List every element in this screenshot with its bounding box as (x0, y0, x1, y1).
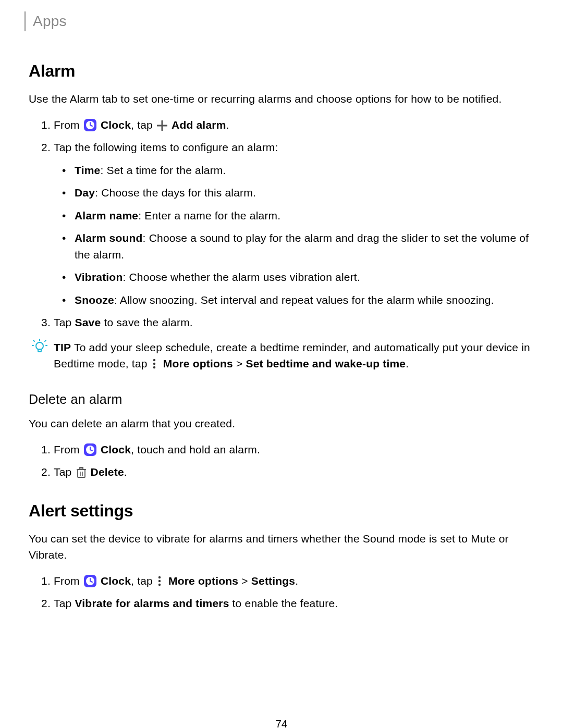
svg-rect-20 (78, 470, 85, 477)
list-item: Alarm sound: Choose a sound to play for … (75, 230, 534, 263)
add-alarm-label: Add alarm (172, 119, 226, 131)
lightbulb-icon (32, 339, 47, 354)
svg-point-15 (153, 366, 155, 368)
clock-label: Clock (101, 443, 131, 455)
text-segment: . (124, 466, 127, 478)
list-item: Vibration: Choose whether the alarm uses… (75, 269, 534, 286)
bullet-label: Alarm sound (75, 232, 143, 244)
alarm-intro: Use the Alarm tab to set one-time or rec… (29, 91, 534, 107)
text-segment: Tap (54, 316, 75, 328)
list-item: From Clock, tap More options > Settings. (54, 573, 534, 589)
svg-point-29 (158, 576, 161, 578)
header-rule (25, 11, 26, 31)
more-options-label: More options (168, 575, 238, 587)
text-segment: , tap (131, 575, 156, 587)
svg-point-13 (153, 359, 155, 361)
bullet-label: Time (75, 164, 100, 176)
list-item: Alarm name: Enter a name for the alarm. (75, 207, 534, 224)
trash-icon (76, 466, 87, 478)
tip-icon-wrap (32, 338, 47, 355)
alert-intro: You can set the device to vibrate for al… (29, 530, 534, 563)
section-title-alarm: Alarm (29, 58, 534, 83)
text-segment: , tap (131, 119, 156, 131)
bullet-text: : Allow snoozing. Set interval and repea… (114, 294, 494, 306)
bullet-text: : Enter a name for the alarm. (138, 209, 280, 221)
text-segment: , touch and hold an alarm. (131, 443, 260, 455)
text-segment: From (54, 119, 83, 131)
clock-icon (84, 443, 96, 456)
svg-line-12 (45, 340, 46, 341)
list-item: From Clock, touch and hold an alarm. (54, 441, 534, 458)
list-item: Tap Delete. (54, 464, 534, 480)
more-options-label: More options (163, 357, 233, 369)
list-item: Tap Save to save the alarm. (54, 314, 534, 331)
settings-label: Settings (251, 575, 295, 587)
text-segment: Tap (54, 466, 75, 478)
tip-block: TIP To add your sleep schedule, create a… (29, 339, 534, 372)
text-segment: From (54, 443, 83, 455)
text-segment: Tap the following items to configure an … (54, 141, 278, 153)
breadcrumb: Apps (33, 13, 67, 29)
more-options-icon (153, 357, 158, 369)
delete-intro: You can delete an alarm that you created… (29, 415, 534, 432)
alert-steps: From Clock, tap More options > Settings.… (29, 573, 534, 612)
separator: > (238, 575, 251, 587)
bedtime-label: Set bedtime and wake-up time (246, 357, 406, 369)
clock-label: Clock (101, 119, 131, 131)
text-segment: . (226, 119, 229, 131)
text-segment: . (406, 357, 409, 369)
alarm-steps: From Clock, tap Add alarm. Tap the follo… (29, 117, 534, 331)
svg-point-6 (36, 342, 43, 350)
list-item: From Clock, tap Add alarm. (54, 117, 534, 133)
svg-rect-7 (38, 349, 41, 352)
list-item: Day: Choose the days for this alarm. (75, 184, 534, 201)
plus-icon (157, 119, 167, 129)
bullet-label: Snooze (75, 294, 114, 306)
clock-icon (84, 119, 96, 131)
list-item: Time: Set a time for the alarm. (75, 162, 534, 179)
page-header: Apps (25, 0, 534, 58)
bullet-text: : Choose whether the alarm uses vibratio… (123, 271, 360, 283)
separator: > (233, 357, 246, 369)
text-segment: Tap (54, 597, 75, 609)
list-item: Snooze: Allow snoozing. Set interval and… (75, 292, 534, 309)
bullet-text: : Set a time for the alarm. (100, 164, 226, 176)
clock-icon (84, 575, 96, 587)
bullet-label: Alarm name (75, 209, 138, 221)
page-number: 74 (29, 716, 534, 729)
svg-line-11 (33, 340, 34, 341)
text-segment: to save the alarm. (101, 316, 193, 328)
list-item: Tap the following items to configure an … (54, 139, 534, 308)
bullet-text: : Choose the days for this alarm. (95, 187, 256, 199)
bullet-text: : Choose a sound to play for the alarm a… (75, 232, 529, 261)
svg-point-14 (153, 363, 155, 365)
alarm-config-bullets: Time: Set a time for the alarm. Day: Cho… (54, 162, 534, 309)
bullet-label: Day (75, 187, 95, 199)
text-segment: From (54, 575, 83, 587)
delete-steps: From Clock, touch and hold an alarm. Tap… (29, 441, 534, 480)
more-options-icon (158, 575, 163, 586)
text-segment: . (295, 575, 298, 587)
svg-point-30 (158, 579, 161, 582)
tip-label: TIP (54, 341, 71, 353)
vibrate-label: Vibrate for alarms and timers (75, 597, 229, 609)
delete-label: Delete (91, 466, 124, 478)
list-item: Tap Vibrate for alarms and timers to ena… (54, 595, 534, 612)
subsection-title-delete: Delete an alarm (29, 390, 534, 410)
svg-point-31 (158, 583, 161, 585)
save-label: Save (75, 316, 101, 328)
section-title-alert: Alert settings (29, 498, 534, 523)
text-segment: to enable the feature. (229, 597, 338, 609)
bullet-label: Vibration (75, 271, 123, 283)
svg-rect-22 (80, 467, 83, 469)
clock-label: Clock (101, 575, 131, 587)
